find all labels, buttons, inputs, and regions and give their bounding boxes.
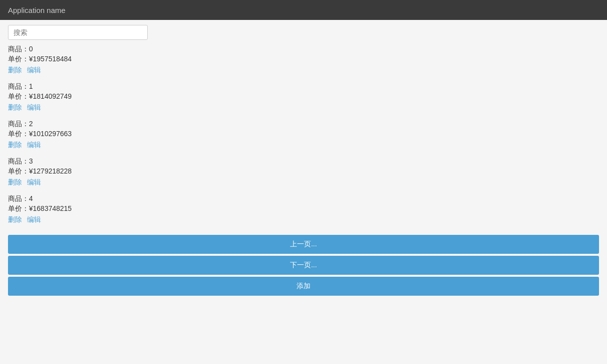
price-field: 单价：¥1957518484 — [8, 55, 599, 64]
edit-link[interactable]: 编辑 — [27, 141, 41, 149]
item-actions: 删除 编辑 — [8, 215, 599, 224]
product-label: 商品： — [8, 120, 29, 128]
price-label: 单价： — [8, 204, 29, 212]
product-field: 商品：3 — [8, 157, 599, 166]
edit-link[interactable]: 编辑 — [27, 103, 41, 111]
price-value: ¥1010297663 — [29, 130, 72, 138]
product-field: 商品：4 — [8, 194, 599, 203]
product-field: 商品：1 — [8, 82, 599, 91]
main-content: 商品：0 单价：¥1957518484 删除 编辑 商品：1 单价：¥18140… — [0, 20, 607, 301]
list-item: 商品：0 单价：¥1957518484 删除 编辑 — [8, 45, 599, 77]
product-value: 3 — [29, 157, 33, 165]
list-item: 商品：4 单价：¥1683748215 删除 编辑 — [8, 194, 599, 227]
product-value: 4 — [29, 194, 33, 202]
delete-link[interactable]: 删除 — [8, 215, 22, 223]
prev-page-button[interactable]: 上一页... — [8, 235, 599, 254]
search-input[interactable] — [8, 25, 148, 40]
product-value: 1 — [29, 82, 33, 90]
edit-link[interactable]: 编辑 — [27, 66, 41, 74]
list-item: 商品：1 单价：¥1814092749 删除 编辑 — [8, 82, 599, 115]
delete-link[interactable]: 删除 — [8, 141, 22, 149]
edit-link[interactable]: 编辑 — [27, 178, 41, 186]
item-actions: 删除 编辑 — [8, 178, 599, 187]
items-list: 商品：0 单价：¥1957518484 删除 编辑 商品：1 单价：¥18140… — [8, 45, 599, 227]
item-actions: 删除 编辑 — [8, 141, 599, 150]
product-label: 商品： — [8, 194, 29, 202]
price-value: ¥1279218228 — [29, 167, 72, 175]
price-field: 单价：¥1279218228 — [8, 167, 599, 176]
add-button[interactable]: 添加 — [8, 277, 599, 296]
product-field: 商品：2 — [8, 120, 599, 129]
price-value: ¥1683748215 — [29, 204, 72, 212]
price-field: 单价：¥1683748215 — [8, 204, 599, 213]
item-actions: 删除 编辑 — [8, 66, 599, 75]
price-label: 单价： — [8, 130, 29, 138]
item-actions: 删除 编辑 — [8, 103, 599, 112]
list-item: 商品：2 单价：¥1010297663 删除 编辑 — [8, 120, 599, 152]
delete-link[interactable]: 删除 — [8, 103, 22, 111]
price-label: 单价： — [8, 167, 29, 175]
edit-link[interactable]: 编辑 — [27, 215, 41, 223]
app-title: Application name — [8, 6, 65, 14]
delete-link[interactable]: 删除 — [8, 178, 22, 186]
price-value: ¥1814092749 — [29, 92, 72, 100]
price-field: 单价：¥1010297663 — [8, 130, 599, 139]
app-header: Application name — [0, 0, 607, 20]
list-item: 商品：3 单价：¥1279218228 删除 编辑 — [8, 157, 599, 189]
product-label: 商品： — [8, 82, 29, 90]
product-value: 0 — [29, 45, 33, 53]
pagination-buttons: 上一页... 下一页... 添加 — [8, 235, 599, 296]
next-page-button[interactable]: 下一页... — [8, 256, 599, 275]
price-label: 单价： — [8, 92, 29, 100]
delete-link[interactable]: 删除 — [8, 66, 22, 74]
product-label: 商品： — [8, 45, 29, 53]
product-value: 2 — [29, 120, 33, 128]
price-field: 单价：¥1814092749 — [8, 92, 599, 101]
product-field: 商品：0 — [8, 45, 599, 54]
product-label: 商品： — [8, 157, 29, 165]
price-label: 单价： — [8, 55, 29, 63]
price-value: ¥1957518484 — [29, 55, 72, 63]
